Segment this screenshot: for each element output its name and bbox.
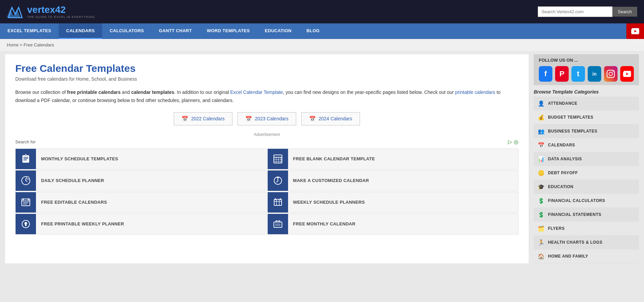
browse-title: Browse Template Categories	[534, 89, 639, 95]
template-monthly-schedule[interactable]: MONTHLY SCHEDULE TEMPLATES	[15, 148, 267, 169]
year-2024-button[interactable]: 📅 2024 Calendars	[301, 112, 360, 125]
social-icons: f P t in	[539, 66, 634, 82]
template-free-blank-calendar[interactable]: FREE BLANK CALENDAR TEMPLATE	[267, 148, 519, 169]
template-icon-free-editable	[16, 192, 36, 213]
category-budget-label: BUDGET TEMPLATES	[548, 115, 593, 120]
logo-text: vertex42	[27, 5, 95, 15]
ad-icon-eye: ◎	[514, 139, 518, 145]
facebook-icon[interactable]: f	[539, 66, 552, 82]
search-button[interactable]: Search	[612, 7, 637, 17]
svg-rect-14	[23, 198, 24, 200]
template-label-weekly-schedule: WEEKLY SCHEDULE PLANNERS	[288, 200, 370, 205]
template-free-printable-weekly[interactable]: FREE PRINTABLE WEEKLY PLANNER	[15, 214, 267, 235]
calendars-cat-icon: 📅	[538, 142, 545, 148]
nav-item-blog[interactable]: BLOG	[299, 23, 327, 39]
nav-item-gantt-chart[interactable]: GANTT CHART	[151, 23, 199, 39]
template-label-free-blank: FREE BLANK CALENDAR TEMPLATE	[288, 156, 380, 161]
twitter-icon[interactable]: t	[571, 66, 585, 82]
category-list: 👤 ATTENDANCE 💰 BUDGET TEMPLATES 👥 BUSINE…	[534, 97, 639, 263]
category-health-charts[interactable]: 🏃 HEALTH CHARTS & LOGS	[534, 236, 639, 249]
category-home-family[interactable]: 🏠 HOME AND FAMILY	[534, 249, 639, 263]
category-calendars[interactable]: 📅 CALENDARS	[534, 138, 639, 152]
youtube-sidebar-icon[interactable]	[620, 66, 634, 82]
nav-item-education[interactable]: EDUCATION	[257, 23, 299, 39]
breadcrumb: Home > Free Calendars	[0, 39, 644, 51]
data-icon: 📊	[538, 156, 545, 162]
template-icon-monthly-schedule	[16, 149, 36, 169]
financial-stmt-icon: 💲	[538, 211, 545, 218]
template-free-editable[interactable]: FREE EDITABLE CALENDARS	[15, 192, 267, 213]
home-icon: 🏠	[538, 253, 545, 260]
nav-item-word-templates[interactable]: WORD TEMPLATES	[200, 23, 258, 39]
template-label-free-monthly: FREE MONTHLY CALENDAR	[288, 221, 361, 226]
category-financial-statements[interactable]: 💲 FINANCIAL STATEMENTS	[534, 208, 639, 222]
ad-label: Advertisement	[15, 132, 518, 137]
category-data-label: DATA ANALYSIS	[548, 157, 582, 161]
printable-calendars-link[interactable]: printable calendars	[455, 89, 495, 95]
category-business-templates[interactable]: 👥 BUSINESS TEMPLATES	[534, 124, 639, 138]
category-debt-label: DEBT PAYOFF	[548, 170, 578, 175]
ad-icon-arrow: ▷	[508, 139, 512, 145]
page-subtitle: Download free calendars for Home, School…	[15, 76, 518, 82]
category-education[interactable]: 🎓 EDUCATION	[534, 180, 639, 194]
category-budget-templates[interactable]: 💰 BUDGET TEMPLATES	[534, 110, 639, 124]
template-label-make-customized: MAKE A CUSTOMIZED CALENDAR	[288, 178, 374, 183]
category-flyers-label: FLYERS	[548, 226, 565, 231]
sidebar: FOLLOW US ON ... f P t in Browse Templat…	[534, 54, 639, 263]
nav-item-calendars[interactable]: CALENDARS	[59, 23, 102, 39]
category-health-label: HEALTH CHARTS & LOGS	[548, 240, 602, 245]
linkedin-icon[interactable]: in	[588, 66, 601, 82]
svg-rect-15	[28, 198, 29, 200]
template-icon-free-printable	[16, 214, 36, 234]
category-financial-calculators[interactable]: 💲 FINANCIAL CALCULATORS	[534, 194, 639, 208]
calendar-icon-2023: 📅	[245, 116, 252, 122]
breadcrumb-separator: >	[20, 42, 23, 47]
category-debt-payoff[interactable]: 🪙 DEBT PAYOFF	[534, 166, 639, 180]
year-2023-button[interactable]: 📅 2023 Calendars	[238, 112, 296, 125]
search-area: Search	[538, 6, 637, 17]
search-input[interactable]	[538, 6, 612, 17]
template-make-customized[interactable]: MAKE A CUSTOMIZED CALENDAR	[267, 170, 519, 191]
category-attendance[interactable]: 👤 ATTENDANCE	[534, 97, 639, 110]
calendar-icon-2024: 📅	[309, 116, 316, 122]
logo-area: vertex42 THE GUIDE TO EXCEL IN EVERYTHIN…	[7, 4, 95, 19]
svg-rect-25	[275, 223, 281, 226]
health-icon: 🏃	[538, 239, 545, 246]
description: Browse our collection of free printable …	[15, 88, 518, 105]
nav-item-excel-templates[interactable]: EXCEL TEMPLATES	[0, 23, 59, 39]
year-buttons: 📅 2022 Calendars 📅 2023 Calendars 📅 2024…	[15, 112, 518, 125]
template-icon-daily-schedule: $	[16, 170, 36, 191]
svg-rect-2	[274, 155, 282, 163]
breadcrumb-home[interactable]: Home	[7, 42, 19, 47]
year-2022-button[interactable]: 📅 2022 Calendars	[174, 112, 232, 125]
template-label-free-printable: FREE PRINTABLE WEEKLY PLANNER	[36, 221, 129, 226]
template-grid: MONTHLY SCHEDULE TEMPLATES FREE BLANK CA…	[15, 148, 518, 235]
ad-header: Search for ▷ ◎	[15, 139, 518, 145]
youtube-nav-icon[interactable]	[626, 23, 644, 39]
template-label-monthly-schedule: MONTHLY SCHEDULE TEMPLATES	[36, 156, 123, 161]
category-attendance-label: ATTENDANCE	[548, 101, 577, 106]
template-daily-schedule[interactable]: $ DAILY SCHEDULE PLANNER	[15, 170, 267, 191]
flyers-icon: 🗂️	[538, 225, 545, 232]
ad-section: Advertisement Search for ▷ ◎	[15, 132, 518, 145]
follow-us-section: FOLLOW US ON ... f P t in	[534, 54, 639, 85]
template-free-monthly[interactable]: FREE MONTHLY CALENDAR	[267, 214, 519, 235]
calendar-icon-2022: 📅	[182, 116, 188, 122]
svg-rect-18	[274, 199, 282, 205]
budget-icon: 💰	[538, 114, 545, 121]
pinterest-icon[interactable]: P	[555, 66, 569, 82]
excel-calendar-template-link[interactable]: Excel Calendar Template	[230, 89, 283, 95]
debt-icon: 🪙	[538, 169, 545, 176]
instagram-icon[interactable]	[604, 66, 618, 82]
page-title: Free Calendar Templates	[15, 63, 518, 74]
follow-us-title: FOLLOW US ON ...	[539, 58, 634, 63]
logo-tagline: THE GUIDE TO EXCEL IN EVERYTHING	[27, 15, 95, 19]
category-home-label: HOME AND FAMILY	[548, 254, 588, 259]
template-label-free-editable: FREE EDITABLE CALENDARS	[36, 200, 112, 205]
svg-rect-22	[275, 198, 276, 200]
nav-item-calculators[interactable]: CALCULATORS	[102, 23, 151, 39]
template-weekly-schedule[interactable]: WEEKLY SCHEDULE PLANNERS	[267, 192, 519, 213]
category-flyers[interactable]: 🗂️ FLYERS	[534, 222, 639, 236]
ad-icons: ▷ ◎	[508, 139, 518, 145]
category-data-analysis[interactable]: 📊 DATA ANALYSIS	[534, 152, 639, 166]
